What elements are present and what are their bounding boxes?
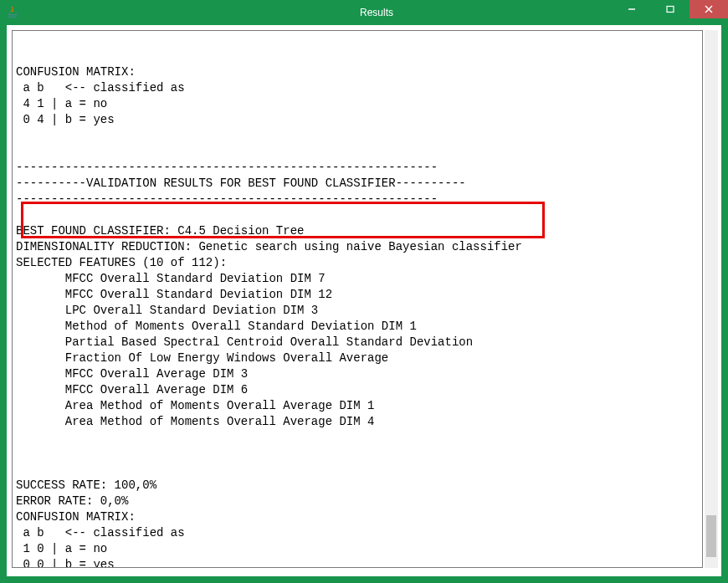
maximize-button[interactable] <box>651 0 690 18</box>
text-output-frame: CONFUSION MATRIX: a b <-- classified as … <box>12 30 703 568</box>
close-icon <box>705 5 713 13</box>
scroll-thumb[interactable] <box>706 515 716 557</box>
java-app-icon <box>0 0 25 25</box>
close-button[interactable] <box>690 0 728 18</box>
window-controls <box>613 0 728 18</box>
results-window: Results CONFUSION MATRIX: a b <-- classi… <box>0 0 728 583</box>
client-area: CONFUSION MATRIX: a b <-- classified as … <box>7 25 721 576</box>
vertical-scrollbar[interactable] <box>705 30 718 568</box>
titlebar[interactable]: Results <box>0 0 728 25</box>
results-text: CONFUSION MATRIX: a b <-- classified as … <box>13 31 702 568</box>
java-icon <box>6 6 19 19</box>
maximize-icon <box>666 5 674 13</box>
svg-rect-1 <box>667 7 674 13</box>
minimize-button[interactable] <box>613 0 651 18</box>
minimize-icon <box>628 5 636 13</box>
